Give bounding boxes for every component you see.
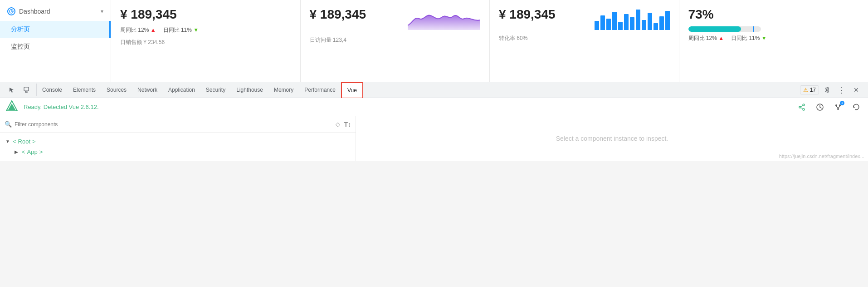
vue-devtools-panel: Ready. Detected Vue 2.6.12.	[0, 98, 868, 161]
devtools-icons-left	[2, 84, 37, 96]
dashboard-icon	[7, 7, 15, 15]
tree-item-app[interactable]: ▶ < App >	[0, 147, 356, 157]
settings-button[interactable]	[821, 84, 834, 96]
card-visits: ¥ 189,345 日访问量	[301, 0, 490, 82]
svg-point-9	[799, 106, 801, 108]
vue-header-content: Ready. Detected Vue 2.6.12.	[5, 100, 795, 114]
sidebar-item-monitor[interactable]: 监控页	[0, 38, 111, 55]
component-tree-panel: 🔍 ◇ T↕ ▼ < Root > ▶ <	[0, 116, 356, 161]
vue-ready-text: Ready. Detected Vue 2.6.12.	[24, 104, 99, 110]
progress-bar	[688, 26, 761, 32]
sidebar-collapse-icon[interactable]: ▾	[101, 8, 103, 15]
progress-marker	[753, 26, 754, 32]
select-hint-text: Select a component instance to inspect.	[556, 135, 668, 142]
vue-panel-content: 🔍 ◇ T↕ ▼ < Root > ▶ <	[0, 116, 868, 161]
tab-security[interactable]: Security	[200, 82, 231, 98]
svg-point-17	[837, 108, 839, 110]
card-sales-weekly: 周同比 12% ▲	[120, 26, 156, 34]
svg-line-12	[801, 105, 803, 107]
vuex-button[interactable]: 1	[832, 101, 844, 114]
cursor-tool-button[interactable]	[5, 84, 18, 96]
dashboard-cards: ¥ 189,345 周同比 12% ▲ 日同比 11% ▼ 日销售额 ¥ 234…	[111, 0, 868, 82]
tree-expand-root: ▼	[5, 139, 11, 144]
tab-lighthouse[interactable]: Lighthouse	[231, 82, 268, 98]
card-sales: ¥ 189,345 周同比 12% ▲ 日同比 11% ▼ 日销售额 ¥ 234…	[111, 0, 300, 82]
svg-point-11	[803, 109, 805, 110]
sidebar-header: Dashboard ▾	[0, 4, 111, 21]
svg-point-6	[826, 89, 828, 91]
conversion-chart	[595, 7, 670, 30]
tab-memory[interactable]: Memory	[268, 82, 299, 98]
card-conversion-value: ¥ 189,345	[499, 7, 556, 22]
svg-line-19	[838, 106, 840, 108]
tree-item-root[interactable]: ▼ < Root >	[0, 136, 356, 147]
card-visits-value: ¥ 189,345	[310, 7, 366, 22]
tree-tag-app-close: >	[39, 148, 43, 155]
svg-point-15	[835, 104, 837, 106]
tab-elements[interactable]: Elements	[68, 82, 101, 98]
refresh-button[interactable]	[850, 101, 863, 114]
tab-vue[interactable]: Vue	[341, 82, 363, 98]
sidebar-item-analysis[interactable]: 分析页	[0, 21, 111, 38]
card-sales-stats: 周同比 12% ▲ 日同比 11% ▼	[120, 26, 291, 34]
tree-root-label: Root	[18, 138, 30, 145]
devtools-bar: Console Elements Sources Network Applica…	[0, 82, 868, 98]
vue-toolbar: 1	[795, 101, 863, 114]
history-button[interactable]	[814, 101, 826, 114]
tab-network[interactable]: Network	[132, 82, 163, 98]
filter-bar: 🔍 ◇ T↕	[0, 116, 356, 133]
close-button[interactable]: ✕	[850, 84, 863, 96]
tab-application[interactable]: Application	[163, 82, 200, 98]
tab-sources[interactable]: Sources	[101, 82, 132, 98]
visits-chart	[408, 7, 480, 32]
url-hint: https://juejin.csdn.net/fragment/index..…	[779, 153, 864, 159]
card-sales-value: ¥ 189,345	[120, 7, 291, 22]
warning-icon: ⚠	[803, 87, 808, 93]
devtools-right: ⚠ 17 ⋮ ✕	[796, 84, 866, 96]
card-conversion: ¥ 189,345 转化率	[490, 0, 679, 82]
vuex-badge: 1	[840, 101, 844, 105]
component-tree: ▼ < Root > ▶ < App >	[0, 133, 356, 161]
filter-actions: ◇ T↕	[336, 121, 351, 128]
filter-search-icon: 🔍	[5, 121, 12, 128]
sidebar-header-left: Dashboard	[7, 7, 50, 15]
device-tool-button[interactable]	[20, 84, 33, 96]
filter-input[interactable]	[15, 121, 332, 128]
card-percent: 73% 周同比 12% ▲ 日同比 11% ▼	[679, 0, 868, 82]
svg-rect-3	[24, 87, 29, 91]
card-percent-weekly: 周同比 12% ▲	[688, 35, 724, 42]
card-sales-daily: 日同比 11% ▼	[163, 26, 199, 34]
progress-fill	[688, 26, 741, 32]
card-percent-value: 73%	[688, 7, 714, 22]
warning-count: 17	[810, 87, 816, 93]
vue-panel-header: Ready. Detected Vue 2.6.12.	[0, 98, 868, 116]
more-button[interactable]: ⋮	[835, 84, 848, 96]
filter-text-icon[interactable]: T↕	[344, 121, 351, 128]
warning-badge[interactable]: ⚠ 17	[800, 85, 819, 94]
filter-shape-icon[interactable]: ◇	[336, 121, 340, 128]
devtools-tabs: Console Elements Sources Network Applica…	[37, 82, 796, 98]
svg-line-18	[836, 106, 838, 108]
filter-input-wrap: 🔍	[5, 121, 332, 128]
tree-expand-app: ▶	[15, 149, 20, 154]
card-conversion-sub: 转化率 60%	[499, 35, 670, 42]
card-percent-stats: 周同比 12% ▲ 日同比 11% ▼	[688, 35, 859, 42]
tree-app-label: App	[27, 148, 38, 155]
tree-tag-root-close: >	[32, 138, 36, 145]
tree-tag-root: <	[13, 138, 16, 145]
vue-logo	[5, 100, 18, 114]
svg-marker-8	[8, 104, 15, 110]
sidebar-title: Dashboard	[19, 8, 50, 15]
card-visits-sub: 日访问量 123,4	[310, 36, 481, 44]
card-percent-daily: 日同比 11% ▼	[731, 35, 767, 42]
sidebar: Dashboard ▾ 分析页 监控页	[0, 0, 111, 82]
svg-point-10	[803, 104, 805, 106]
component-inspector-button[interactable]	[795, 101, 808, 114]
card-sales-sub: 日销售额 ¥ 234.56	[120, 39, 291, 46]
tab-console[interactable]: Console	[37, 82, 68, 98]
tree-tag-app-open: <	[22, 148, 25, 155]
tab-performance[interactable]: Performance	[299, 82, 341, 98]
svg-line-13	[801, 108, 803, 109]
